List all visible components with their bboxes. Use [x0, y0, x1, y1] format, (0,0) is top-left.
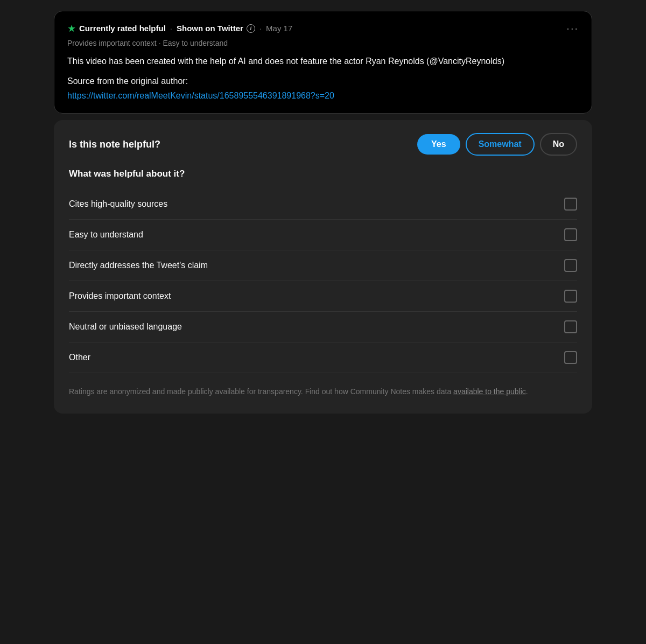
disclaimer-link[interactable]: available to the public — [453, 387, 526, 396]
app-container: ★ Currently rated helpful · Shown on Twi… — [27, 0, 619, 424]
checkbox-row-4: Provides important context — [69, 281, 577, 312]
checkbox-label-6: Other — [69, 353, 90, 362]
note-body: This video has been created with the hel… — [67, 55, 579, 68]
yes-button[interactable]: Yes — [417, 134, 460, 155]
checkbox-easy-to-understand[interactable] — [564, 228, 577, 241]
checkbox-row-2: Easy to understand — [69, 220, 577, 250]
checkbox-important-context[interactable] — [564, 290, 577, 303]
note-header-left: ★ Currently rated helpful · Shown on Twi… — [67, 23, 292, 34]
more-options-button[interactable]: ··· — [566, 22, 579, 34]
no-button[interactable]: No — [540, 133, 577, 156]
note-source-label: Source from the original author: — [67, 76, 579, 86]
star-icon: ★ — [67, 23, 76, 34]
checkbox-label-1: Cites high-quality sources — [69, 199, 167, 209]
rating-question: Is this note helpful? — [69, 139, 160, 150]
checkbox-other[interactable] — [564, 351, 577, 364]
checkbox-label-4: Provides important context — [69, 291, 171, 301]
disclaimer-end: . — [526, 387, 528, 396]
checkbox-addresses-claim[interactable] — [564, 259, 577, 272]
note-header: ★ Currently rated helpful · Shown on Twi… — [67, 22, 579, 34]
separator2: · — [259, 24, 262, 33]
disclaimer-text: Ratings are anonymized and made publicly… — [69, 386, 577, 397]
rating-question-row: Is this note helpful? Yes Somewhat No — [69, 133, 577, 156]
checkbox-row-3: Directly addresses the Tweet's claim — [69, 250, 577, 281]
checkbox-label-3: Directly addresses the Tweet's claim — [69, 261, 208, 270]
checkbox-row-1: Cites high-quality sources — [69, 189, 577, 220]
note-status-label: Currently rated helpful — [79, 24, 166, 33]
checkbox-neutral-language[interactable] — [564, 320, 577, 333]
rating-buttons: Yes Somewhat No — [417, 133, 577, 156]
checkbox-row-6: Other — [69, 342, 577, 373]
checkbox-row-5: Neutral or unbiased language — [69, 312, 577, 342]
helpful-section-title: What was helpful about it? — [69, 169, 577, 179]
note-card: ★ Currently rated helpful · Shown on Twi… — [54, 11, 592, 114]
separator1: · — [170, 24, 172, 33]
rating-card: Is this note helpful? Yes Somewhat No Wh… — [54, 120, 592, 414]
disclaimer-main: Ratings are anonymized and made publicly… — [69, 387, 453, 396]
shown-on-twitter-label: Shown on Twitter — [177, 24, 243, 33]
somewhat-button[interactable]: Somewhat — [466, 133, 535, 156]
checkbox-label-2: Easy to understand — [69, 230, 143, 240]
note-source-link[interactable]: https://twitter.com/realMeetKevin/status… — [67, 91, 334, 100]
note-tags: Provides important context · Easy to und… — [67, 39, 579, 47]
info-icon[interactable]: i — [247, 24, 255, 33]
checkbox-cites-sources[interactable] — [564, 198, 577, 211]
checkbox-label-5: Neutral or unbiased language — [69, 322, 182, 332]
note-date: May 17 — [266, 24, 292, 33]
